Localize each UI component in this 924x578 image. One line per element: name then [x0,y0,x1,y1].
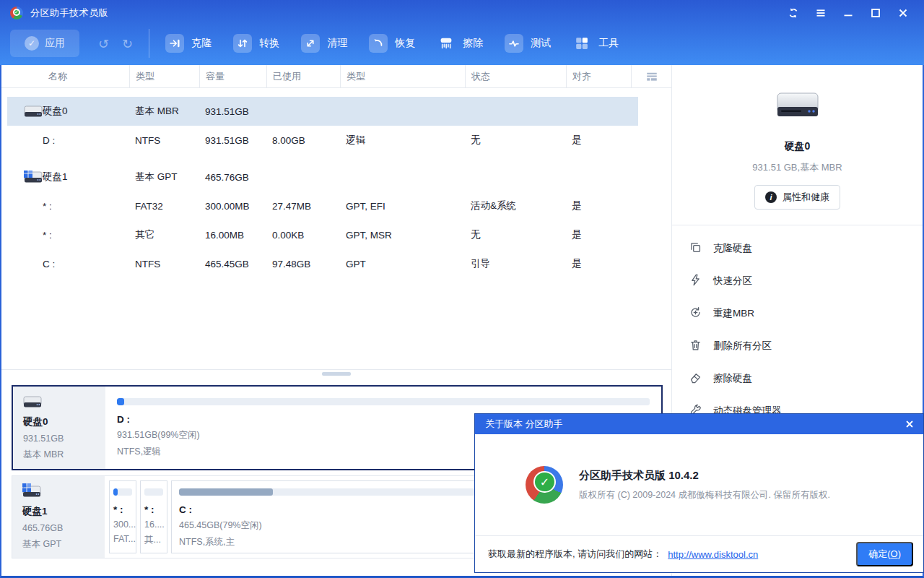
toolbar: ✓ 应用 ↺ ↻ 克隆转换清理恢复擦除测试工具 [0,26,924,65]
toolbar-button-label: 恢复 [395,37,415,50]
disk-panel-type: 基本 GPT [22,538,105,551]
sidebar-item-label: 快速分区 [713,275,752,288]
dialog-footer: 获取最新的程序版本, 请访问我们的网站： http://www.disktool… [475,535,923,572]
table-row-disk[interactable]: 硬盘1基本 GPT465.76GB [7,163,638,191]
blue-header: ✓ 分区助手技术员版 [0,0,924,65]
partition-size: 300... [113,519,132,530]
table-row-partition[interactable]: C :NTFS465.45GB97.48GBGPT引导是 [7,249,638,278]
column-header[interactable]: 已使用 [266,65,340,87]
apply-button[interactable]: ✓ 应用 [10,30,79,57]
sidebar-item-label: 删除所有分区 [713,340,772,353]
sidebar-item-wipe-disk[interactable]: 擦除硬盘 [672,362,923,394]
maximize-icon[interactable] [862,2,889,24]
convert-icon [233,34,252,53]
table-cell: GPT [340,259,465,269]
table-cell: 465.76GB [199,172,266,183]
partition-name: * : [7,201,129,212]
delete-all-partitions-icon [689,338,702,354]
redo-icon[interactable]: ↻ [122,36,133,51]
disk-panel-name: 硬盘0 [23,415,105,428]
titlebar: ✓ 分区助手技术员版 [0,0,924,26]
disk-panel-size: 931.51GB [23,434,105,444]
sidebar-item-label: 重建MBR [713,307,754,320]
partition-name: * : [7,230,129,241]
toolbar-button-convert[interactable]: 转换 [233,34,279,53]
partition-label: * : [144,504,163,515]
sidebar-item-delete-all-partitions[interactable]: 删除所有分区 [672,329,923,362]
ok-button[interactable]: 确定(O) [856,542,913,566]
menu-icon[interactable] [807,2,834,24]
toolbar-button-clone[interactable]: 克隆 [165,34,212,53]
table-cell: NTFS [129,135,199,146]
toolbar-button-erase[interactable]: 擦除 [437,34,483,53]
partition-block[interactable]: * : 300... FAT... [109,480,136,553]
table-cell: FAT32 [129,201,199,212]
table-header: 名称类型容量已使用类型状态对齐 [1,65,671,88]
properties-health-button[interactable]: 属性和健康 [754,185,840,210]
view-options-icon[interactable] [631,65,671,87]
clone-disk-icon [689,241,702,256]
dialog-footer-text: 获取最新的程序版本, 请访问我们的网站： [488,548,662,561]
sidebar-item-label: 克隆硬盘 [713,242,752,255]
toolbar-button-label: 擦除 [463,37,483,50]
sidebar-item-label: 擦除硬盘 [713,372,752,385]
disk-info[interactable]: 硬盘1 465.76GB 基本 GPT [12,476,105,558]
apply-button-label: 应用 [45,37,65,50]
table-cell: 是 [566,228,631,241]
toolbar-button-recover[interactable]: 恢复 [369,34,415,53]
close-icon[interactable] [889,2,917,24]
dialog-close-icon[interactable] [905,419,915,429]
disk-table: 硬盘0基本 MBR931.51GBD :NTFS931.51GB8.00GB逻辑… [1,88,671,369]
sidebar-item-clone-disk[interactable]: 克隆硬盘 [672,232,923,264]
dialog-app-name: 分区助手技术员版 10.4.2 [579,469,830,483]
test-icon [505,34,523,53]
table-cell: 逻辑 [340,134,465,147]
toolbar-button-label: 克隆 [191,37,212,50]
sidebar-item-quick-partition[interactable]: 快速分区 [672,264,923,297]
table-row-partition[interactable]: D :NTFS931.51GB8.00GB逻辑无是 [7,126,638,155]
column-header[interactable]: 名称 [7,65,129,87]
partition-block[interactable]: * : 16.... 其... [140,480,167,553]
table-cell: 27.47MB [266,201,340,212]
table-row-disk[interactable]: 硬盘0基本 MBR931.51GB [7,97,638,126]
column-header[interactable]: 类型 [340,65,465,87]
column-header[interactable]: 对齐 [566,65,631,87]
table-cell: 活动&系统 [465,199,566,212]
toolbar-button-tools[interactable]: 工具 [572,34,619,53]
toolbar-button-clean[interactable]: 清理 [301,34,347,53]
sidebar-disk-summary: 硬盘0 931.51 GB,基本 MBR 属性和健康 [672,65,923,210]
table-row-partition[interactable]: * :FAT32300.00MB27.47MBGPT, EFI活动&系统是 [7,191,638,220]
table-cell: 无 [465,134,566,147]
toolbar-button-label: 清理 [327,37,347,50]
minimize-icon[interactable] [834,2,862,24]
dialog-copyright: 版权所有 (C) 2009-2024 成都傲梅科技有限公司. 保留所有版权. [579,489,830,501]
toolbar-button-label: 转换 [259,37,279,50]
table-cell: 16.00MB [199,230,266,241]
check-icon: ✓ [25,36,39,51]
column-header[interactable]: 容量 [199,65,266,87]
dialog-title: 关于版本 分区助手 [485,418,563,431]
refresh-icon[interactable] [780,2,807,24]
sidebar-item-rebuild-mbr[interactable]: 重建MBR [672,297,923,329]
disk-info[interactable]: 硬盘0 931.51GB 基本 MBR [13,387,105,469]
website-link[interactable]: http://www.disktool.cn [668,549,758,560]
column-header[interactable]: 类型 [129,65,199,87]
sidebar-disk-name: 硬盘0 [672,140,923,153]
tools-icon [572,34,591,53]
toolbar-button-test[interactable]: 测试 [505,34,551,53]
dialog-titlebar[interactable]: 关于版本 分区助手 [475,414,923,434]
table-cell: 无 [465,228,566,241]
table-row-partition[interactable]: * :其它16.00MB0.00KBGPT, MSR无是 [7,220,638,249]
undo-icon[interactable]: ↺ [98,36,109,51]
column-header[interactable]: 状态 [465,65,566,87]
rebuild-mbr-icon [689,306,702,322]
table-cell: 基本 GPT [129,171,199,184]
table-cell: 465.45GB [199,259,266,269]
splitter-handle[interactable] [322,372,351,376]
partition-name: C : [7,259,129,269]
table-cell: 300.00MB [199,201,266,212]
table-cell: 931.51GB [199,135,266,146]
info-icon [765,191,777,203]
usage-bar [113,488,132,496]
splitter[interactable] [1,369,671,385]
